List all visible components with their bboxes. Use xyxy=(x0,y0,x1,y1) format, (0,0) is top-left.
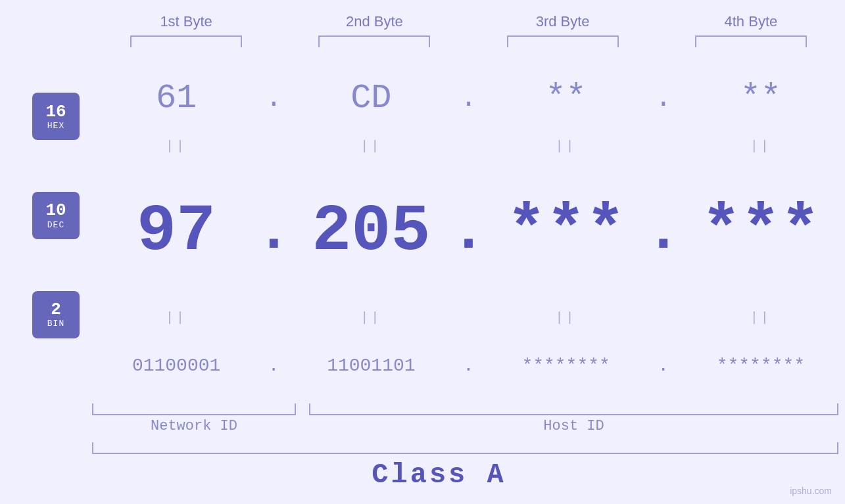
sep2-4: || xyxy=(750,310,771,325)
sep1-3: || xyxy=(556,139,577,154)
byte4-label: 4th Byte xyxy=(657,13,845,35)
dec-val2: 205 xyxy=(312,199,430,265)
network-id-label: Network ID xyxy=(92,418,296,434)
dec-val1: 97 xyxy=(137,199,216,265)
values-area: 61 . CD . ** . ** || || || || 97 xyxy=(92,60,845,403)
dec-dot3: . xyxy=(646,202,681,262)
byte2-label: 2nd Byte xyxy=(280,13,468,35)
dec-val4: *** xyxy=(702,199,820,265)
bin-val2: 11001101 xyxy=(327,355,415,376)
dec-dot1: . xyxy=(256,202,291,262)
main-content: 16 HEX 10 DEC 2 BIN 61 . CD . ** . ** xyxy=(20,60,845,403)
hex-val4: ** xyxy=(740,79,781,118)
sep-row-2: || || || || xyxy=(92,308,845,328)
bracket-byte2 xyxy=(318,35,430,47)
hex-val3: ** xyxy=(545,79,586,118)
bracket-byte1 xyxy=(130,35,242,47)
byte3-label: 3rd Byte xyxy=(469,13,657,35)
hex-badge: 16 HEX xyxy=(32,93,80,140)
class-label: Class A xyxy=(372,459,506,491)
dec-badge: 10 DEC xyxy=(32,192,80,239)
dec-dot2: . xyxy=(451,202,487,262)
host-bracket xyxy=(309,403,838,415)
watermark: ipshu.com xyxy=(790,486,832,496)
bin-dot3: . xyxy=(658,355,669,376)
bracket-byte3 xyxy=(507,35,619,47)
class-label-row: Class A xyxy=(0,454,845,504)
sep2-2: || xyxy=(360,310,381,325)
hex-row: 61 . CD . ** . ** xyxy=(92,60,845,137)
header-row: 1st Byte 2nd Byte 3rd Byte 4th Byte xyxy=(92,13,845,35)
badges-column: 16 HEX 10 DEC 2 BIN xyxy=(20,60,92,403)
hex-dot2: . xyxy=(460,83,477,114)
dec-val3: *** xyxy=(507,199,625,265)
sep1-1: || xyxy=(166,139,187,154)
bottom-brackets-container: Network ID Host ID xyxy=(92,403,838,434)
bin-dot1: . xyxy=(268,355,279,376)
class-bracket-container xyxy=(92,442,838,454)
bin-dot2: . xyxy=(463,355,474,376)
bracket-byte4 xyxy=(695,35,807,47)
hex-val1: 61 xyxy=(156,79,197,118)
byte1-label: 1st Byte xyxy=(92,13,280,35)
bottom-labels: Network ID Host ID xyxy=(92,418,838,434)
sep-row-1: || || || || xyxy=(92,137,845,156)
bin-badge: 2 BIN xyxy=(32,291,80,338)
network-bracket xyxy=(92,403,296,415)
top-brackets xyxy=(92,35,845,47)
sep2-3: || xyxy=(556,310,577,325)
sep1-2: || xyxy=(360,139,381,154)
host-id-label: Host ID xyxy=(309,418,838,434)
bin-val4: ******** xyxy=(717,355,805,376)
bin-val1: 01100001 xyxy=(132,355,220,376)
dec-row: 97 . 205 . *** . *** xyxy=(92,156,845,308)
sep1-4: || xyxy=(750,139,771,154)
bin-val3: ******** xyxy=(521,355,610,376)
hex-dot1: . xyxy=(266,83,282,114)
sep2-1: || xyxy=(166,310,187,325)
class-bracket xyxy=(92,442,838,454)
main-container: 1st Byte 2nd Byte 3rd Byte 4th Byte 16 H… xyxy=(0,0,845,504)
hex-dot3: . xyxy=(655,83,671,114)
hex-val2: CD xyxy=(350,79,391,118)
bin-row: 01100001 . 11001101 . ******** . *******… xyxy=(92,328,845,404)
bottom-brackets xyxy=(92,403,838,415)
